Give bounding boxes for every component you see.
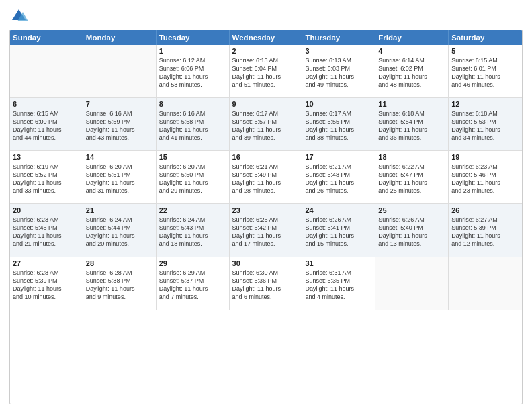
- cell-line: and 38 minutes.: [305, 134, 372, 142]
- day-number: 18: [378, 153, 445, 161]
- cell-line: Sunset: 6:06 PM: [159, 64, 226, 73]
- cell-line: and 18 minutes.: [159, 240, 226, 248]
- day-number: 16: [232, 153, 300, 161]
- cal-cell-day: 2Sunrise: 6:13 AMSunset: 6:04 PMDaylight…: [230, 45, 303, 97]
- cell-line: and 29 minutes.: [159, 187, 226, 195]
- cell-line: Daylight: 11 hours: [305, 285, 372, 293]
- cell-line: Daylight: 11 hours: [86, 285, 153, 293]
- cell-line: Sunrise: 6:13 AM: [232, 56, 300, 64]
- day-number: 9: [232, 100, 300, 108]
- cal-cell-day: 31Sunrise: 6:31 AMSunset: 5:35 PMDayligh…: [302, 257, 375, 310]
- cell-line: Sunrise: 6:13 AM: [305, 56, 372, 64]
- cal-cell-day: 27Sunrise: 6:28 AMSunset: 5:39 PMDayligh…: [10, 257, 83, 310]
- day-number: 10: [305, 100, 372, 108]
- weekday-header-friday: Friday: [375, 30, 449, 45]
- cal-cell-day: 21Sunrise: 6:24 AMSunset: 5:44 PMDayligh…: [83, 204, 157, 257]
- cell-line: Sunrise: 6:20 AM: [159, 163, 226, 171]
- cell-line: Sunrise: 6:16 AM: [159, 109, 226, 118]
- calendar-body: 1Sunrise: 6:12 AMSunset: 6:06 PMDaylight…: [10, 45, 522, 310]
- cal-cell-day: 3Sunrise: 6:13 AMSunset: 6:03 PMDaylight…: [302, 45, 375, 97]
- cell-line: Sunset: 6:04 PM: [232, 64, 300, 73]
- day-number: 2: [232, 47, 300, 55]
- cal-cell-day: 20Sunrise: 6:23 AMSunset: 5:45 PMDayligh…: [10, 204, 83, 257]
- cell-line: Sunrise: 6:14 AM: [378, 56, 445, 64]
- cell-line: Sunrise: 6:26 AM: [305, 216, 372, 224]
- cell-line: Sunset: 5:39 PM: [13, 277, 80, 285]
- weekday-header-monday: Monday: [83, 30, 157, 45]
- cal-week-row: 20Sunrise: 6:23 AMSunset: 5:45 PMDayligh…: [10, 204, 522, 257]
- day-number: 1: [159, 47, 226, 55]
- cell-line: Sunset: 5:58 PM: [159, 118, 226, 126]
- cell-line: Sunrise: 6:24 AM: [159, 216, 226, 224]
- cell-line: Sunset: 5:45 PM: [13, 224, 80, 232]
- cell-line: Sunset: 5:52 PM: [13, 171, 80, 179]
- cal-cell-day: 11Sunrise: 6:18 AMSunset: 5:54 PMDayligh…: [375, 98, 449, 150]
- cal-cell-day: 29Sunrise: 6:29 AMSunset: 5:37 PMDayligh…: [157, 257, 230, 310]
- cell-line: Sunset: 5:39 PM: [451, 224, 519, 232]
- cell-line: and 41 minutes.: [159, 134, 226, 142]
- cal-cell-day: 22Sunrise: 6:24 AMSunset: 5:43 PMDayligh…: [157, 204, 230, 257]
- cal-cell-day: 23Sunrise: 6:25 AMSunset: 5:42 PMDayligh…: [230, 204, 303, 257]
- cell-line: Sunset: 5:44 PM: [86, 224, 153, 232]
- header: [9, 7, 523, 26]
- day-number: 31: [305, 259, 372, 267]
- cell-line: Sunset: 5:48 PM: [305, 171, 372, 179]
- cell-line: Daylight: 11 hours: [232, 232, 300, 240]
- cell-line: Sunrise: 6:22 AM: [378, 163, 445, 171]
- day-number: 11: [378, 100, 445, 108]
- cell-line: Daylight: 11 hours: [305, 126, 372, 134]
- cell-line: Sunset: 5:40 PM: [378, 224, 445, 232]
- cell-line: and 28 minutes.: [232, 187, 300, 195]
- cell-line: Daylight: 11 hours: [13, 126, 80, 134]
- cell-line: Daylight: 11 hours: [305, 179, 372, 187]
- cell-line: and 31 minutes.: [86, 187, 153, 195]
- cell-line: and 39 minutes.: [232, 134, 300, 142]
- cell-line: Sunrise: 6:31 AM: [305, 269, 372, 277]
- cell-line: and 36 minutes.: [378, 134, 445, 142]
- cell-line: Sunrise: 6:18 AM: [378, 109, 445, 118]
- cal-cell-day: 5Sunrise: 6:15 AMSunset: 6:01 PMDaylight…: [449, 45, 522, 97]
- cell-line: and 12 minutes.: [451, 240, 519, 248]
- cell-line: Sunrise: 6:17 AM: [232, 109, 300, 118]
- cal-cell-day: 26Sunrise: 6:27 AMSunset: 5:39 PMDayligh…: [449, 204, 522, 257]
- cell-line: Daylight: 11 hours: [305, 73, 372, 81]
- day-number: 12: [451, 100, 519, 108]
- cell-line: and 53 minutes.: [159, 81, 226, 89]
- cal-cell-day: 30Sunrise: 6:30 AMSunset: 5:36 PMDayligh…: [230, 257, 303, 310]
- cal-cell-day: 9Sunrise: 6:17 AMSunset: 5:57 PMDaylight…: [230, 98, 303, 150]
- day-number: 25: [378, 206, 445, 214]
- cell-line: Sunset: 5:47 PM: [378, 171, 445, 179]
- cell-line: Sunset: 5:53 PM: [451, 118, 519, 126]
- day-number: 3: [305, 47, 372, 55]
- cell-line: Sunrise: 6:23 AM: [451, 163, 519, 171]
- cell-line: and 44 minutes.: [13, 134, 80, 142]
- day-number: 13: [13, 153, 80, 161]
- cell-line: Sunrise: 6:20 AM: [86, 163, 153, 171]
- cell-line: Sunrise: 6:18 AM: [451, 109, 519, 118]
- cell-line: Sunrise: 6:21 AM: [232, 163, 300, 171]
- day-number: 19: [451, 153, 519, 161]
- cell-line: Daylight: 11 hours: [232, 73, 300, 81]
- cell-line: Sunset: 6:01 PM: [451, 64, 519, 73]
- day-number: 29: [159, 259, 226, 267]
- cell-line: Daylight: 11 hours: [232, 179, 300, 187]
- cell-line: and 15 minutes.: [305, 240, 372, 248]
- day-number: 20: [13, 206, 80, 214]
- cell-line: Sunset: 5:43 PM: [159, 224, 226, 232]
- cell-line: Sunrise: 6:30 AM: [232, 269, 300, 277]
- cell-line: Daylight: 11 hours: [378, 126, 445, 134]
- logo: [9, 7, 31, 26]
- cal-cell-day: 19Sunrise: 6:23 AMSunset: 5:46 PMDayligh…: [449, 151, 522, 203]
- cell-line: Sunset: 5:38 PM: [86, 277, 153, 285]
- cal-week-row: 27Sunrise: 6:28 AMSunset: 5:39 PMDayligh…: [10, 257, 522, 310]
- cell-line: Sunset: 5:55 PM: [305, 118, 372, 126]
- cal-cell-day: 6Sunrise: 6:15 AMSunset: 6:00 PMDaylight…: [10, 98, 83, 150]
- weekday-header-wednesday: Wednesday: [230, 30, 303, 45]
- cal-cell-day: 8Sunrise: 6:16 AMSunset: 5:58 PMDaylight…: [157, 98, 230, 150]
- cell-line: Daylight: 11 hours: [378, 232, 445, 240]
- day-number: 22: [159, 206, 226, 214]
- cell-line: Daylight: 11 hours: [86, 179, 153, 187]
- cell-line: Sunset: 6:03 PM: [305, 64, 372, 73]
- cal-cell-day: 18Sunrise: 6:22 AMSunset: 5:47 PMDayligh…: [375, 151, 449, 203]
- cell-line: Daylight: 11 hours: [86, 126, 153, 134]
